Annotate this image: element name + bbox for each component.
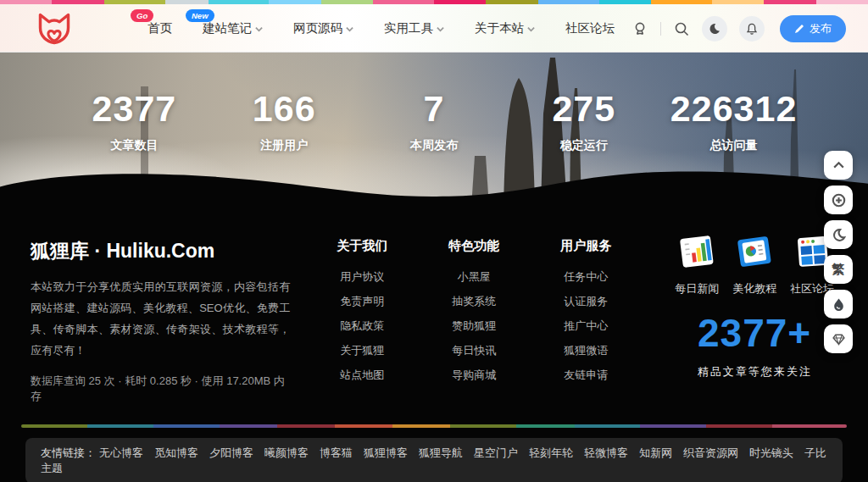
- hero-banner: 2377 文章数目 166 注册用户 7 本周发布 275 稳定运行 22631…: [0, 53, 868, 208]
- stat-users: 166 注册用户: [209, 88, 359, 153]
- nav-item-about[interactable]: 关于本站: [475, 20, 535, 36]
- stat-label: 稳定运行: [509, 138, 659, 153]
- footer-column-about: 关于我们 用户协议 免责声明 隐私政策 关于狐狸 站点地图: [326, 238, 398, 404]
- stat-label: 本周发布: [359, 138, 509, 153]
- moon-icon: [708, 22, 721, 36]
- chevron-down-icon: [527, 25, 535, 33]
- stat-label: 注册用户: [209, 138, 359, 153]
- nav-item-source[interactable]: 网页源码: [293, 20, 353, 36]
- nav-label: 关于本站: [475, 20, 524, 36]
- friend-link[interactable]: 狐狸导航: [419, 446, 463, 459]
- moon-icon: [832, 228, 846, 242]
- footer-link[interactable]: 任务中心: [549, 269, 622, 285]
- news-chart-icon: [677, 235, 716, 270]
- footer-link[interactable]: 认证服务: [549, 294, 622, 309]
- nav-item-home[interactable]: Go 首页: [147, 20, 172, 36]
- footer-link[interactable]: 友链申请: [549, 368, 622, 383]
- footer-link[interactable]: 小黑屋: [437, 269, 510, 285]
- footer-column-features: 特色功能 小黑屋 抽奖系统 赞助狐狸 每日快讯 导购商城: [437, 238, 510, 404]
- stat-articles: 2377 文章数目: [59, 88, 209, 153]
- fox-logo-icon[interactable]: [36, 12, 73, 46]
- stat-label: 总访问量: [659, 138, 809, 153]
- nav-item-tools[interactable]: 实用工具: [384, 20, 444, 36]
- footer-link-columns: 关于我们 用户协议 免责声明 隐私政策 关于狐狸 站点地图 特色功能 小黑屋 抽…: [326, 238, 622, 404]
- stat-label: 文章数目: [59, 138, 209, 153]
- footer-link[interactable]: 关于狐狸: [326, 343, 398, 358]
- rainbow-divider: [21, 424, 847, 428]
- friend-link[interactable]: 时光镜头: [749, 446, 793, 459]
- friend-link[interactable]: 狐狸博客: [364, 446, 408, 459]
- pencil-icon: [794, 24, 804, 34]
- bell-icon: [745, 22, 759, 36]
- db-stats: 数据库查询 25 次 · 耗时 0.285 秒 · 使用 17.20MB 内存: [31, 374, 290, 404]
- friend-links-prefix: 友情链接：: [41, 446, 96, 459]
- footer-link[interactable]: 狐狸微语: [549, 343, 622, 358]
- friend-link[interactable]: 曦颜博客: [264, 446, 309, 459]
- nav-label: 首页: [147, 20, 172, 36]
- friend-link[interactable]: 星空门户: [474, 446, 518, 459]
- site-stats: 2377 文章数目 166 注册用户 7 本周发布 275 稳定运行 22631…: [0, 88, 868, 153]
- theme-drop-button[interactable]: [824, 290, 853, 319]
- stat-uptime: 275 稳定运行: [509, 88, 659, 153]
- chevron-down-icon: [255, 25, 263, 33]
- dark-mode-button[interactable]: [702, 16, 727, 42]
- footer-link[interactable]: 赞助狐狸: [437, 319, 510, 334]
- friend-link[interactable]: 知新网: [639, 446, 672, 459]
- chevron-down-icon: [346, 25, 353, 33]
- column-title: 关于我们: [326, 238, 398, 254]
- footer-link[interactable]: 免责声明: [326, 294, 398, 309]
- feature-beautify-tutorials[interactable]: 美化教程: [727, 235, 782, 296]
- medal-icon[interactable]: [632, 20, 648, 37]
- feature-daily-news[interactable]: 每日新闻: [670, 235, 724, 296]
- article-count: 2377+: [666, 310, 843, 356]
- nav-item-notes[interactable]: New 建站笔记: [203, 20, 263, 36]
- nav-label: 实用工具: [384, 20, 433, 36]
- stat-total-visits: 226312 总访问量: [659, 88, 809, 153]
- nav-item-forum[interactable]: 社区论坛: [565, 20, 615, 36]
- nav-label: 建站笔记: [203, 20, 252, 36]
- chevron-down-icon: [437, 25, 444, 33]
- site-description: 本站致力于分享优质实用的互联网资源，内容包括有网站搭建、建站源码、美化教程、SE…: [31, 277, 290, 362]
- night-mode-button[interactable]: [824, 220, 853, 249]
- friend-link[interactable]: 无心博客: [99, 446, 143, 459]
- footer-link[interactable]: 抽奖系统: [437, 294, 510, 309]
- feature-label: 美化教程: [727, 281, 782, 296]
- traditional-chinese-text: 繁: [832, 262, 845, 278]
- stat-value: 7: [359, 88, 509, 130]
- header: Go 首页 New 建站笔记 网页源码 实用工具 关于本站 社区论坛: [0, 0, 868, 53]
- footer-link[interactable]: 隐私政策: [326, 319, 398, 334]
- search-icon[interactable]: [673, 20, 690, 37]
- back-to-top-button[interactable]: [824, 151, 853, 180]
- friend-link[interactable]: 博客猫: [320, 446, 353, 459]
- friend-links-bar: 友情链接：无心博客觅知博客夕阳博客曦颜博客博客猫狐狸博客狐狸导航星空门户轻刻年轮…: [25, 438, 843, 482]
- stat-value: 275: [509, 88, 659, 130]
- footer: 狐狸库 · Huliku.Com 本站致力于分享优质实用的互联网资源，内容包括有…: [0, 208, 868, 424]
- drop-icon: [832, 297, 846, 312]
- site-title: 狐狸库 · Huliku.Com: [31, 238, 290, 264]
- friend-link[interactable]: 轻微博客: [584, 446, 628, 459]
- divider: [660, 22, 661, 36]
- feature-shortcuts: 每日新闻 美化教程: [666, 235, 843, 296]
- stat-value: 2377: [59, 88, 209, 130]
- new-badge: New: [186, 9, 214, 22]
- footer-link[interactable]: 每日快讯: [437, 343, 510, 358]
- footer-link[interactable]: 用户协议: [326, 269, 398, 285]
- vip-button[interactable]: [824, 324, 853, 353]
- notifications-button[interactable]: [739, 16, 765, 42]
- friend-link[interactable]: 轻刻年轮: [529, 446, 573, 459]
- friend-link[interactable]: 织音资源网: [683, 446, 738, 459]
- add-button[interactable]: [824, 186, 853, 214]
- publish-label: 发布: [810, 21, 832, 36]
- stat-weekly-posts: 7 本周发布: [359, 88, 509, 153]
- stat-value: 226312: [659, 88, 809, 130]
- friend-link[interactable]: 觅知博客: [154, 446, 198, 459]
- friend-link[interactable]: 夕阳博客: [209, 446, 253, 459]
- footer-link[interactable]: 站点地图: [326, 368, 398, 383]
- traditional-chinese-button[interactable]: 繁: [824, 255, 853, 284]
- column-title: 特色功能: [437, 238, 510, 254]
- footer-link[interactable]: 推广中心: [549, 319, 622, 334]
- column-title: 用户服务: [549, 238, 622, 254]
- footer-link[interactable]: 导购商城: [437, 368, 510, 383]
- publish-button[interactable]: 发布: [780, 15, 846, 42]
- nav-label: 网页源码: [293, 20, 342, 36]
